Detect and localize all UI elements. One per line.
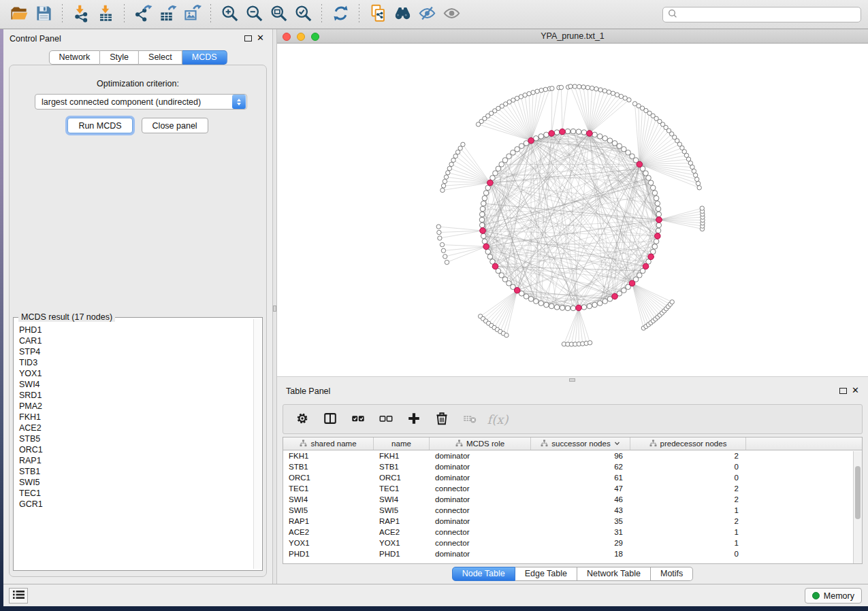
graph-node[interactable] [602, 299, 608, 304]
export-table-button[interactable] [155, 2, 180, 27]
graph-node[interactable] [436, 225, 440, 229]
table-cell[interactable]: SWI4 [283, 494, 374, 505]
graph-node[interactable] [617, 144, 622, 149]
graph-hub-node[interactable] [587, 131, 593, 137]
tab-network[interactable]: Network [48, 50, 100, 65]
close-table-panel-icon[interactable]: ✕ [852, 385, 859, 395]
graph-node[interactable] [648, 180, 654, 186]
graph-hub-node[interactable] [487, 180, 494, 186]
graph-hub-node[interactable] [643, 263, 649, 269]
deselect-all-button[interactable] [378, 411, 394, 427]
graph-node[interactable] [479, 222, 485, 228]
graph-node[interactable] [539, 134, 544, 139]
table-cell[interactable]: 0 [630, 472, 746, 483]
network-search-box[interactable] [662, 7, 861, 22]
graph-hub-node[interactable] [654, 233, 660, 240]
graph-node[interactable] [646, 176, 652, 181]
graph-node[interactable] [626, 150, 631, 155]
apply-layout-button[interactable] [328, 2, 353, 27]
table-row[interactable]: TEC1TEC1connector472 [283, 483, 862, 494]
table-cell[interactable]: 1 [630, 505, 746, 516]
table-cell[interactable]: TEC1 [283, 483, 374, 494]
graph-node[interactable] [438, 236, 442, 240]
graph-hub-node[interactable] [492, 263, 498, 269]
graph-node[interactable] [515, 146, 520, 152]
table-cell[interactable]: 2 [630, 450, 746, 461]
graph-hub-node[interactable] [576, 305, 582, 311]
table-cell[interactable]: STB1 [283, 461, 374, 472]
mcds-result-item[interactable]: STB5 [19, 433, 249, 444]
graph-node[interactable] [534, 299, 539, 304]
graph-node[interactable] [482, 195, 487, 201]
table-cell[interactable]: 2 [630, 516, 746, 527]
table-cell[interactable]: dominator [430, 516, 531, 527]
run-mcds-button[interactable]: Run MCDS [67, 118, 132, 133]
zoom-fit-button[interactable] [266, 2, 291, 27]
graph-node[interactable] [602, 88, 607, 93]
graph-node[interactable] [554, 130, 560, 135]
graph-node[interactable] [458, 146, 462, 150]
table-cell[interactable]: RAP1 [374, 516, 430, 527]
graph-node[interactable] [440, 188, 445, 192]
table-cell[interactable]: SWI5 [283, 505, 374, 516]
graph-node[interactable] [443, 179, 447, 183]
graph-node[interactable] [622, 146, 627, 152]
graph-node[interactable] [440, 242, 444, 246]
graph-node[interactable] [568, 84, 573, 88]
table-cell[interactable]: 18 [531, 548, 630, 559]
graph-node[interactable] [560, 306, 565, 311]
zoom-in-button[interactable] [217, 2, 242, 27]
graph-node[interactable] [481, 233, 486, 239]
table-cell[interactable]: dominator [430, 450, 531, 461]
graph-node[interactable] [598, 88, 602, 92]
graph-hub-node[interactable] [514, 287, 520, 293]
graph-node[interactable] [543, 87, 547, 91]
graph-node[interactable] [622, 288, 627, 293]
graph-node[interactable] [576, 129, 581, 135]
tab-select[interactable]: Select [139, 50, 182, 65]
clone-network-button[interactable] [366, 2, 390, 27]
graph-node[interactable] [565, 129, 570, 134]
graph-node[interactable] [559, 85, 563, 89]
zoom-selected-button[interactable] [291, 2, 315, 27]
graph-node[interactable] [592, 132, 598, 137]
graph-node[interactable] [654, 239, 659, 244]
float-panel-icon[interactable] [244, 35, 252, 42]
graph-node[interactable] [441, 248, 445, 252]
graph-node[interactable] [453, 154, 457, 158]
mcds-result-item[interactable]: ORC1 [19, 444, 249, 455]
table-cell[interactable]: FKH1 [283, 450, 374, 461]
graph-node[interactable] [592, 302, 598, 308]
table-cell[interactable]: SWI4 [374, 494, 430, 505]
table-cell[interactable]: YOX1 [283, 538, 374, 548]
graph-node[interactable] [573, 84, 577, 88]
column-header-shared-name[interactable]: shared name [283, 437, 374, 450]
graph-hub-node[interactable] [648, 254, 654, 260]
mcds-result-item[interactable]: YOX1 [19, 368, 249, 379]
graph-node[interactable] [531, 90, 535, 95]
search-input[interactable] [681, 10, 856, 19]
graph-node[interactable] [655, 201, 660, 206]
table-cell[interactable]: SWI5 [374, 505, 430, 516]
column-header-successor-nodes[interactable]: successor nodes [531, 437, 630, 450]
mcds-result-item[interactable]: ACE2 [19, 423, 249, 433]
graph-node[interactable] [550, 86, 554, 90]
table-cell[interactable]: connector [430, 527, 531, 538]
table-row[interactable]: RAP1RAP1dominator352 [283, 516, 862, 527]
graph-node[interactable] [619, 94, 623, 98]
mcds-result-item[interactable]: STP4 [19, 346, 249, 357]
mcds-result-item[interactable]: SRD1 [19, 390, 249, 401]
close-panel-button[interactable]: Close panel [142, 118, 208, 133]
import-table-button[interactable] [93, 2, 118, 27]
table-cell[interactable]: YOX1 [374, 538, 430, 548]
graph-hub-node[interactable] [560, 129, 566, 135]
table-row[interactable]: SWI5SWI5connector431 [283, 505, 862, 516]
graph-node[interactable] [445, 260, 449, 264]
table-cell[interactable]: PHD1 [374, 548, 430, 559]
graph-node[interactable] [451, 158, 455, 162]
close-panel-icon[interactable]: ✕ [257, 33, 264, 43]
memory-button[interactable]: Memory [805, 588, 862, 604]
mcds-result-item[interactable]: PHD1 [19, 325, 249, 335]
graph-node[interactable] [449, 162, 453, 166]
graph-node[interactable] [607, 90, 611, 94]
